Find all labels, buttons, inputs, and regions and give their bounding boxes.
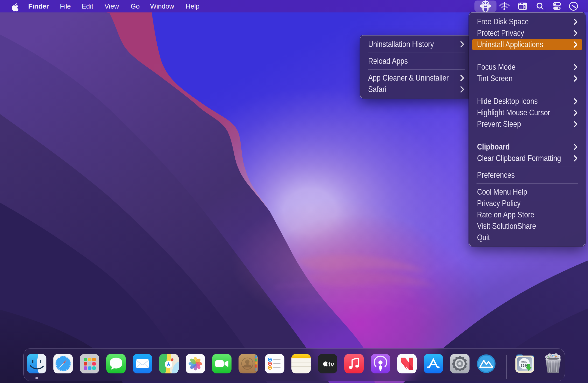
svg-text:tv: tv [328,360,334,368]
svg-text:⌘: ⌘ [522,5,527,10]
